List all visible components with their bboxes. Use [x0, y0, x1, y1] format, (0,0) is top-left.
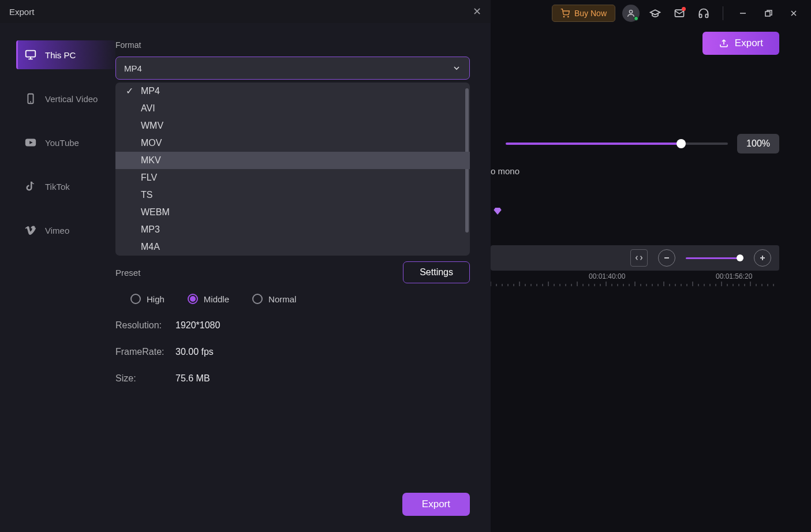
modal-close-icon[interactable]: ✕ — [473, 5, 481, 18]
format-option-mkv[interactable]: MKV — [115, 152, 470, 169]
export-sidebar: This PC Vertical Video YouTube TikTok — [0, 23, 115, 532]
ruler-marks — [491, 282, 779, 287]
svg-rect-5 — [765, 12, 770, 16]
svg-point-1 — [568, 16, 569, 17]
radio-label: Normal — [268, 294, 296, 304]
timeline-toolbar — [491, 245, 779, 271]
sidebar-item-label: This PC — [45, 50, 76, 60]
timeline-ruler: 00:01:40:00 00:01:56:20 — [491, 272, 779, 290]
status-dot — [634, 16, 638, 21]
modal-title: Export — [9, 7, 34, 17]
preset-radio-middle[interactable]: Middle — [188, 294, 229, 304]
format-option-m4a[interactable]: M4A — [115, 238, 470, 256]
buy-now-button[interactable]: Buy Now — [552, 5, 615, 22]
quality-slider[interactable] — [506, 143, 728, 145]
resolution-label: Resolution: — [115, 320, 175, 331]
mail-icon[interactable] — [671, 5, 688, 22]
buy-now-label: Buy Now — [574, 9, 607, 18]
fit-icon[interactable] — [630, 249, 648, 267]
radio-dot — [252, 294, 263, 304]
export-top-label: Export — [735, 38, 763, 49]
format-select[interactable]: MP4 — [115, 57, 470, 80]
preset-radio-group: HighMiddleNormal — [130, 294, 470, 304]
ruler-time-2: 00:01:56:20 — [716, 272, 752, 280]
svg-point-2 — [629, 10, 632, 13]
preset-radio-high[interactable]: High — [130, 294, 165, 304]
sidebar-item-label: Vertical Video — [45, 94, 98, 104]
vimeo-icon — [24, 224, 37, 237]
quality-badge: 100% — [737, 134, 779, 153]
format-option-avi[interactable]: AVI — [115, 100, 470, 117]
format-option-mp3[interactable]: MP3 — [115, 221, 470, 238]
format-option-mp4[interactable]: MP4 — [115, 83, 470, 100]
zoom-out-icon[interactable] — [658, 249, 675, 267]
account-icon[interactable] — [622, 5, 640, 22]
support-icon[interactable] — [695, 5, 712, 22]
framerate-label: FrameRate: — [115, 347, 175, 357]
format-option-webm[interactable]: WEBM — [115, 204, 470, 221]
sidebar-item-label: YouTube — [45, 138, 79, 148]
export-bottom-button[interactable]: Export — [402, 493, 470, 516]
quality-slider-row: 100% — [506, 134, 779, 153]
toolbar-divider — [723, 6, 723, 20]
sidebar-item-label: TikTok — [45, 182, 70, 192]
modal-header: Export ✕ — [0, 0, 491, 23]
svg-rect-61 — [26, 51, 36, 57]
tiktok-icon — [24, 180, 37, 193]
preset-label: Preset — [115, 268, 173, 278]
format-option-ts[interactable]: TS — [115, 186, 470, 204]
settings-button[interactable]: Settings — [403, 261, 470, 283]
framerate-value: 30.00 fps — [175, 347, 214, 357]
format-selected-value: MP4 — [124, 63, 142, 73]
radio-dot — [188, 294, 198, 304]
sidebar-item-tiktok[interactable]: TikTok — [16, 172, 115, 201]
format-option-flv[interactable]: FLV — [115, 169, 470, 186]
diamond-icon — [493, 207, 502, 216]
zoom-slider-thumb[interactable] — [737, 254, 743, 261]
chevron-down-icon — [452, 63, 461, 73]
maximize-button[interactable] — [759, 4, 778, 23]
sidebar-item-youtube[interactable]: YouTube — [16, 128, 115, 157]
radio-label: Middle — [204, 294, 229, 304]
monitor-icon — [24, 48, 37, 61]
format-option-wmv[interactable]: WMV — [115, 117, 470, 134]
preset-radio-normal[interactable]: Normal — [252, 294, 296, 304]
radio-label: High — [147, 294, 165, 304]
mono-text-fragment: o mono — [491, 166, 520, 176]
export-modal: Export ✕ This PC Vertical Video YouTube — [0, 0, 491, 532]
format-label: Format — [115, 40, 470, 50]
upload-icon — [719, 38, 729, 48]
phone-icon — [24, 92, 37, 105]
format-dropdown: MP4AVIWMVMOVMKVFLVTSWEBMMP3M4A — [115, 83, 470, 256]
minimize-button[interactable] — [734, 4, 752, 23]
academy-icon[interactable] — [646, 5, 664, 22]
ruler-time-1: 00:01:40:00 — [589, 272, 625, 280]
resolution-value: 1920*1080 — [175, 320, 220, 331]
export-content: Format MP4 MP4AVIWMVMOVMKVFLVTSWEBMMP3M4… — [115, 23, 491, 532]
zoom-slider[interactable] — [686, 257, 743, 259]
youtube-icon — [24, 136, 37, 149]
close-button[interactable] — [784, 4, 803, 23]
radio-dot — [130, 294, 141, 304]
sidebar-item-vertical-video[interactable]: Vertical Video — [16, 84, 115, 113]
sidebar-item-label: Vimeo — [45, 226, 69, 235]
svg-point-0 — [563, 16, 564, 17]
format-option-mov[interactable]: MOV — [115, 134, 470, 152]
notification-dot — [682, 7, 686, 11]
sidebar-item-this-pc[interactable]: This PC — [16, 40, 115, 69]
quality-slider-thumb[interactable] — [677, 139, 686, 148]
cart-icon — [560, 9, 570, 18]
export-top-button[interactable]: Export — [702, 32, 779, 55]
size-value: 75.6 MB — [175, 373, 210, 384]
zoom-in-icon[interactable] — [754, 249, 771, 267]
size-label: Size: — [115, 373, 175, 384]
app-toolbar: Buy Now — [544, 0, 811, 26]
sidebar-item-vimeo[interactable]: Vimeo — [16, 216, 115, 245]
